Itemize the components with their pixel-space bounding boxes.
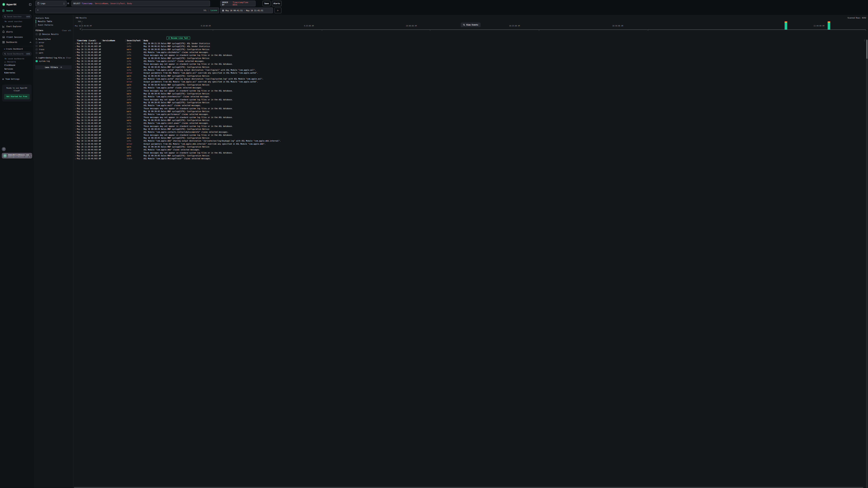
severity-filter-option-error[interactable]: error [34, 41, 73, 44]
log-row[interactable]: May 16 11:38:40.683 AMinfoThose messages… [73, 90, 283, 92]
get-started-button[interactable]: Get Started for Free [4, 94, 30, 99]
column-resize-handle[interactable] [125, 39, 126, 41]
log-row[interactable]: May 16 11:38:40.683 AMinfoMay 16 00:21:1… [73, 42, 283, 45]
log-row[interactable]: May 16 11:38:40.683 AMwarnMay 16 00:30:0… [73, 137, 283, 139]
log-row[interactable]: May 16 11:38:40.683 AMwarnMay 16 00:30:0… [73, 75, 283, 77]
preset-clickhouse[interactable]: Clickhouse [0, 63, 34, 67]
log-row[interactable]: May 16 11:38:40.683 AMinfoThose messages… [73, 98, 283, 101]
column-header-severitytext[interactable]: SeverityText [125, 39, 142, 41]
row-expand-icon[interactable] [74, 116, 77, 119]
facet-clear-button[interactable]: Clear [66, 57, 71, 59]
row-expand-icon[interactable] [74, 77, 77, 80]
column-header-timestamp[interactable]: Timestamp (Local) [77, 39, 101, 41]
saved-searches-input[interactable]: Saved Searches ⌘ K [2, 14, 31, 19]
save-button[interactable]: Save [262, 1, 271, 6]
row-expand-icon[interactable] [74, 48, 77, 51]
log-row[interactable]: May 16 11:38:40.683 AMinfoASL Module "co… [73, 104, 283, 107]
select-columns-input[interactable]: SELECT Timestamp, ServiceName, SeverityT… [71, 1, 210, 6]
row-expand-icon[interactable] [74, 128, 77, 131]
log-row[interactable]: May 16 11:38:40.683 AMwarnMay 16 00:30:0… [73, 84, 283, 87]
row-expand-icon[interactable] [74, 122, 77, 125]
log-row[interactable]: May 16 11:38:40.683 AMwarnMay 16 00:30:0… [73, 101, 283, 104]
log-row[interactable]: May 16 11:38:40.683 AMinfoASL Module "co… [73, 95, 283, 98]
log-row[interactable]: May 16 11:38:40.683 AMinfoASL Module "co… [73, 149, 283, 151]
log-row[interactable]: May 16 11:38:40.683 AMinfoASL Module "co… [73, 77, 283, 80]
log-row[interactable]: May 16 11:38:40.683 AMwarnMay 16 00:30:0… [73, 110, 283, 113]
log-row[interactable]: May 16 11:38:40.683 AMinfoThose messages… [73, 63, 283, 66]
row-expand-icon[interactable] [74, 92, 77, 95]
log-row[interactable]: May 16 11:38:40.683 AMerrorOutput parame… [73, 72, 283, 74]
help-button[interactable]: ? [2, 147, 6, 151]
sidebar-collapse-icon[interactable] [29, 3, 31, 6]
preset-services[interactable]: Services [0, 67, 34, 71]
source-settings-gear-icon[interactable]: ⚙ [67, 2, 69, 4]
search-query-input[interactable]: * SQL | Lucene [35, 8, 219, 13]
row-expand-icon[interactable] [74, 154, 77, 157]
log-row[interactable]: May 16 11:38:40.683 AMwarnMay 16 00:30:0… [73, 154, 283, 157]
sidebar-item-client-sessions[interactable]: Client Sessions [0, 35, 34, 40]
log-row[interactable]: May 16 11:38:40.683 AMinfoASL Module "co… [73, 131, 283, 134]
row-expand-icon[interactable] [74, 75, 77, 77]
row-expand-icon[interactable] [74, 72, 77, 74]
row-expand-icon[interactable] [74, 87, 77, 89]
log-row[interactable]: May 16 11:38:40.683 AMinfoThose messages… [73, 107, 283, 110]
row-expand-icon[interactable] [74, 45, 77, 48]
mode-event-patterns[interactable]: Event Patterns [36, 23, 71, 27]
log-row[interactable]: May 16 11:38:40.683 AMwarnMay 16 00:30:0… [73, 66, 283, 69]
log-row[interactable]: May 16 11:38:40.683 AMtraceASL Module "c… [73, 157, 283, 159]
log-row[interactable]: May 16 11:38:40.683 AMwarnMay 16 00:30:0… [73, 119, 283, 122]
log-row[interactable]: May 16 11:38:40.683 AMinfoThose messages… [73, 152, 283, 154]
row-expand-icon[interactable] [74, 139, 77, 142]
row-expand-icon[interactable] [74, 42, 77, 45]
mode-results-table[interactable]: Results Table [36, 20, 71, 23]
row-expand-icon[interactable] [74, 113, 77, 116]
checkbox[interactable] [36, 33, 38, 35]
alerts-button[interactable]: Alerts [272, 1, 282, 6]
row-expand-icon[interactable] [74, 142, 77, 145]
source-select[interactable]: Logs [35, 1, 66, 6]
row-expand-icon[interactable] [74, 69, 77, 72]
row-expand-icon[interactable] [74, 107, 77, 110]
severity-filter-option-warn[interactable]: warn [34, 51, 73, 55]
sidebar-item-search[interactable]: Search [0, 8, 34, 13]
user-menu[interactable]: D demos@clickhouse.com demos@clickhouse.… [2, 153, 32, 159]
sidebar-item-alerts[interactable]: Alerts [0, 29, 34, 35]
column-header-servicename[interactable]: ServiceName [101, 39, 125, 41]
row-expand-icon[interactable] [74, 125, 77, 128]
checkbox[interactable] [36, 41, 38, 43]
chevron-up-icon[interactable] [30, 42, 31, 43]
row-expand-icon[interactable] [74, 60, 77, 63]
row-expand-icon[interactable] [74, 101, 77, 104]
log-row[interactable]: May 16 11:38:40.683 AMinfoThose messages… [73, 54, 283, 57]
row-expand-icon[interactable] [74, 104, 77, 107]
date-range-picker[interactable]: May 16 08:41:51 - May 16 11:41:51 [220, 8, 273, 13]
log-row[interactable]: May 16 11:38:40.683 AMinfoASL Module "co… [73, 51, 283, 54]
log-row[interactable]: May 16 11:38:40.683 AMinfoASL Module "co… [73, 69, 283, 72]
saved-dashboards-input[interactable]: Saved Dashboards ⌘ K [2, 52, 31, 56]
checkbox[interactable] [36, 52, 38, 54]
language-toggle-sql[interactable]: SQL [204, 9, 207, 11]
row-expand-icon[interactable] [74, 98, 77, 101]
row-expand-icon[interactable] [74, 66, 77, 69]
log-row[interactable]: May 16 11:38:40.683 AMwarnMay 16 00:30:0… [73, 92, 283, 95]
sidebar-item-chart-explorer[interactable]: Chart Explorer [0, 24, 34, 29]
row-expand-icon[interactable] [74, 119, 77, 122]
checkbox[interactable] [36, 45, 38, 47]
language-toggle-lucene[interactable]: Lucene [211, 9, 217, 11]
log-row[interactable]: May 16 11:38:40.683 AMinfoMay 16 00:06:0… [73, 45, 283, 48]
denoise-results-checkbox[interactable]: Denoise Results [34, 32, 73, 36]
row-expand-icon[interactable] [74, 145, 77, 149]
row-expand-icon[interactable] [74, 149, 77, 151]
checkbox[interactable] [36, 48, 38, 51]
run-query-button[interactable]: ▷ [275, 8, 281, 13]
log-row[interactable]: May 16 11:38:40.683 AMinfoThose messages… [73, 125, 283, 128]
column-resize-handle[interactable] [142, 39, 143, 41]
row-expand-icon[interactable] [74, 157, 77, 159]
row-expand-icon[interactable] [74, 90, 77, 92]
column-header-body[interactable]: Body [142, 39, 283, 41]
log-row[interactable]: May 16 11:38:40.683 AMinfoThose messages… [73, 116, 283, 119]
severity-filter-option-info[interactable]: info [34, 44, 73, 48]
checkbox[interactable]: ✓ [36, 60, 38, 62]
preset-kubernetes[interactable]: Kubernetes [0, 71, 34, 75]
row-expand-icon[interactable] [74, 110, 77, 113]
